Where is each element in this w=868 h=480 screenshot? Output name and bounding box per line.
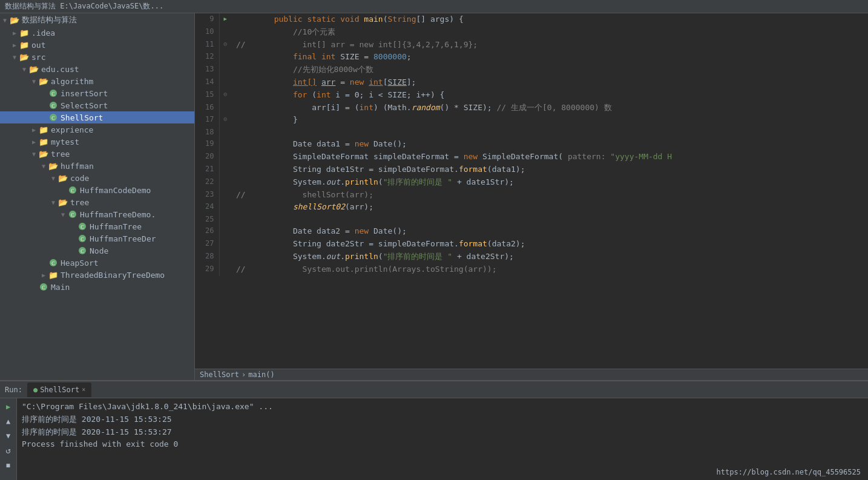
up-button[interactable]: ▲ <box>2 415 15 427</box>
label-edu.cust: edu.cust <box>41 65 79 74</box>
code-area: 9▶ public static void main(String[] args… <box>195 13 868 380</box>
main-area: ▼📂数据结构与算法▶📁.idea▶📁out▼📂src▼📂edu.cust▼📂al… <box>0 13 868 380</box>
line-content: public static void main(String[] args) { <box>231 13 868 26</box>
sidebar-item-mytest[interactable]: ▶📁mytest <box>0 136 194 148</box>
table-row: 15⊙ for (int i = 0; i < SIZE; i++) { <box>195 89 868 102</box>
line-content: shellSort02(arr); <box>231 201 868 214</box>
sidebar-item-tree[interactable]: ▼📂tree <box>0 148 194 160</box>
arrow-HuffmanTreeDemo: ▼ <box>58 211 68 218</box>
line-content: // System.out.println(Arrays.toString(ar… <box>231 263 868 276</box>
sidebar-item-algorithm[interactable]: ▼📂algorithm <box>0 75 194 87</box>
sidebar-item-ShellSort[interactable]: CShellSort <box>0 111 194 123</box>
line-number: 24 <box>195 201 219 214</box>
icon-HuffmanTreeDer: C <box>77 234 87 243</box>
sidebar-item-HuffmanTreeDer[interactable]: CHuffmanTreeDer <box>0 232 194 245</box>
label-HuffmanTreeDemo: HuffmanTreeDemo. <box>80 210 156 219</box>
sidebar-item-code[interactable]: ▼📂code <box>0 172 194 184</box>
label-SelectSort: SelectSort <box>61 101 108 110</box>
label-out: out <box>31 41 45 50</box>
arrow-algorithm: ▼ <box>29 78 39 85</box>
stop-button[interactable]: ■ <box>2 459 15 471</box>
icon-Main: C <box>39 282 48 292</box>
sidebar-item-root[interactable]: ▼📂数据结构与算法 <box>0 13 194 27</box>
line-content: } <box>231 114 868 127</box>
icon-out: 📁 <box>19 40 29 50</box>
sidebar-item-insertSort[interactable]: CinsertSort <box>0 87 194 99</box>
line-number: 26 <box>195 225 219 238</box>
run-tab-close-button[interactable]: × <box>82 386 85 393</box>
sidebar-item-Main[interactable]: CMain <box>0 281 194 293</box>
sidebar: ▼📂数据结构与算法▶📁.idea▶📁out▼📂src▼📂edu.cust▼📂al… <box>0 13 195 380</box>
table-row: 26 Date data2 = new Date(); <box>195 225 868 238</box>
sidebar-item-ThreadedBinaryTreeDemo[interactable]: ▶📁ThreadedBinaryTreeDemo <box>0 269 194 281</box>
line-content: //先初始化8000w个数 <box>231 64 868 76</box>
table-row: 22 System.out.println("排序前的时间是 " + date1… <box>195 176 868 189</box>
sidebar-item-tree2[interactable]: ▼📂tree <box>0 196 194 208</box>
breadcrumb-bar: ShellSort › main() <box>195 369 868 380</box>
down-button[interactable]: ▼ <box>2 430 15 442</box>
sidebar-item-out[interactable]: ▶📁out <box>0 39 194 51</box>
console-line: 排序前的时间是 2020-11-15 15:53:25 <box>22 413 714 426</box>
line-number: 29 <box>195 263 219 276</box>
run-tab-label: ShellSort <box>40 386 79 394</box>
svg-text:C: C <box>81 237 84 242</box>
icon-SelectSort: C <box>48 100 58 110</box>
line-content: Date data2 = new Date(); <box>231 225 868 238</box>
line-content <box>231 127 868 138</box>
line-gutter <box>219 102 231 114</box>
line-gutter <box>219 201 231 214</box>
line-number: 16 <box>195 102 219 114</box>
svg-text:C: C <box>81 225 84 230</box>
table-row: 23// shellSort(arr); <box>195 189 868 202</box>
line-number: 19 <box>195 138 219 151</box>
sidebar-item-idea[interactable]: ▶📁.idea <box>0 27 194 39</box>
line-gutter: ⊙ <box>219 39 231 51</box>
arrow-code: ▼ <box>48 175 58 182</box>
line-gutter: ▶ <box>219 13 231 26</box>
run-label: Run: <box>5 386 22 394</box>
console-output: "C:\Program Files\Java\jdk1.8.0_241\bin\… <box>17 398 868 480</box>
rerun-button[interactable]: ↺ <box>2 444 15 456</box>
table-row: 19 Date data1 = new Date(); <box>195 138 868 151</box>
svg-text:C: C <box>51 261 54 266</box>
play-button[interactable]: ▶ <box>2 401 15 413</box>
label-HuffmanTree: HuffmanTree <box>90 222 142 231</box>
arrow-mytest: ▶ <box>29 139 39 145</box>
table-row: 14 int[] arr = new int[SIZE]; <box>195 76 868 89</box>
sidebar-item-SelectSort[interactable]: CSelectSort <box>0 99 194 111</box>
label-huffman: huffman <box>61 162 94 171</box>
run-tab[interactable]: ● ShellSort × <box>27 383 91 397</box>
line-gutter <box>219 64 231 76</box>
sidebar-item-HuffmanCodeDemo[interactable]: CHuffmanCodeDemo <box>0 184 194 196</box>
line-number: 9 <box>195 13 219 26</box>
sidebar-item-Node[interactable]: CNode <box>0 245 194 257</box>
arrow-src: ▼ <box>10 54 19 61</box>
label-Node: Node <box>90 246 108 255</box>
label-exprience: exprience <box>51 125 93 134</box>
title-text: 数据结构与算法 E:\JavaCode\JavaSE\数... <box>5 1 163 12</box>
sidebar-item-exprience[interactable]: ▶📁exprience <box>0 123 194 136</box>
sidebar-item-HuffmanTree[interactable]: CHuffmanTree <box>0 220 194 232</box>
sidebar-item-huffman[interactable]: ▼📂huffman <box>0 160 194 172</box>
icon-edu.cust: 📂 <box>29 64 39 74</box>
label-HeapSort: HeapSort <box>61 258 99 268</box>
line-content: for (int i = 0; i < SIZE; i++) { <box>231 89 868 102</box>
icon-HuffmanCodeDemo: C <box>68 185 77 195</box>
code-table: 9▶ public static void main(String[] args… <box>195 13 868 276</box>
line-number: 13 <box>195 64 219 76</box>
label-Main: Main <box>51 283 70 292</box>
line-content: arr[i] = (int) (Math.random() * SIZE); /… <box>231 102 868 114</box>
sidebar-item-HuffmanTreeDemo[interactable]: ▼CHuffmanTreeDemo. <box>0 208 194 220</box>
run-tab-bar: Run: ● ShellSort × <box>0 381 868 398</box>
svg-text:C: C <box>71 212 74 218</box>
code-scroll[interactable]: 9▶ public static void main(String[] args… <box>195 13 868 369</box>
svg-text:C: C <box>51 91 54 97</box>
table-row: 13 //先初始化8000w个数 <box>195 64 868 76</box>
line-gutter <box>219 176 231 189</box>
sidebar-item-edu.cust[interactable]: ▼📂edu.cust <box>0 63 194 75</box>
line-content <box>231 214 868 225</box>
sidebar-item-HeapSort[interactable]: CHeapSort <box>0 257 194 269</box>
icon-huffman: 📂 <box>48 161 58 171</box>
sidebar-item-src[interactable]: ▼📂src <box>0 51 194 63</box>
arrow-exprience: ▶ <box>29 127 39 133</box>
